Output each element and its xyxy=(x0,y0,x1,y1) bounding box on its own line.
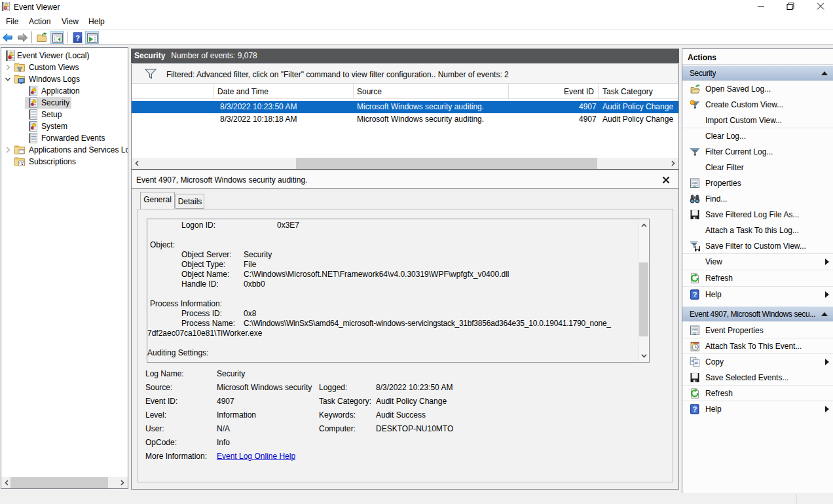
svg-text:?: ? xyxy=(75,34,80,42)
